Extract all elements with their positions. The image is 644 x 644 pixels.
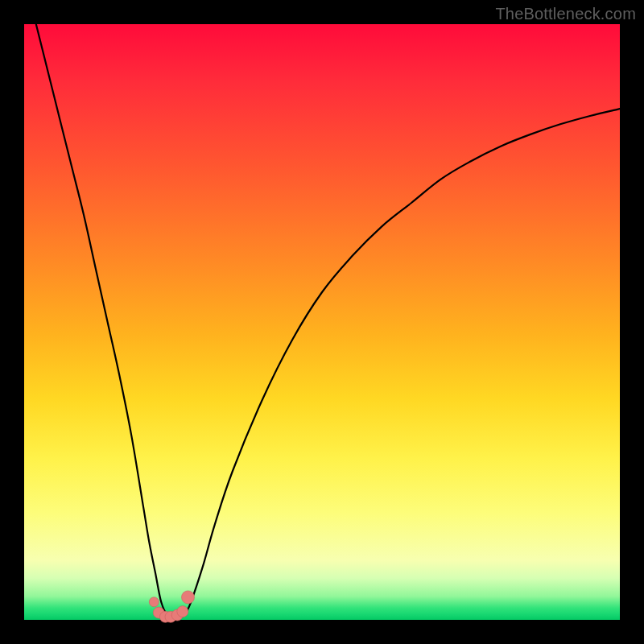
plot-area: [24, 24, 620, 620]
minimum-marker: [149, 597, 159, 607]
chart-svg: [24, 24, 620, 620]
chart-frame: TheBottleneck.com: [0, 0, 644, 644]
attribution-text: TheBottleneck.com: [495, 5, 636, 23]
bottleneck-curve: [36, 24, 620, 619]
minimum-marker: [182, 591, 195, 604]
minimum-marker-cluster: [149, 591, 194, 622]
minimum-marker: [177, 606, 188, 617]
